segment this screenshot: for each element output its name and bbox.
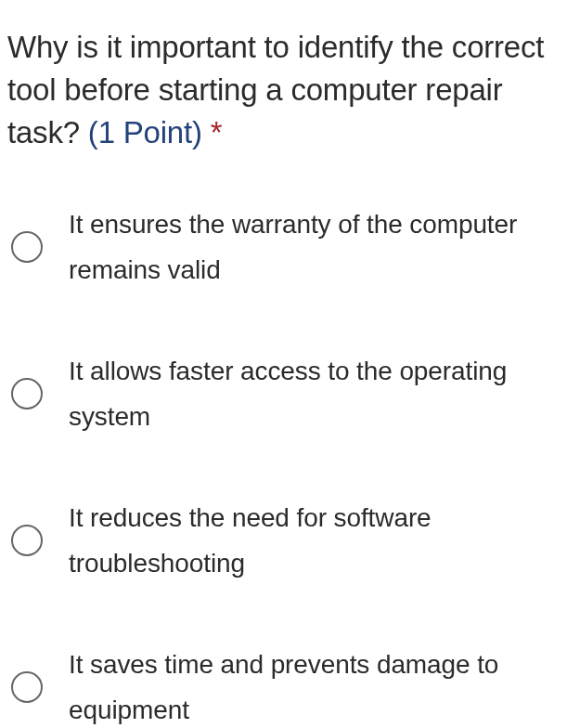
point-value: (1 Point) (88, 115, 202, 150)
option-row[interactable]: It allows faster access to the operat­in… (11, 348, 560, 439)
option-label: It reduces the need for software trouble… (69, 495, 560, 586)
radio-icon[interactable] (11, 525, 43, 556)
option-row[interactable]: It saves time and prevents damage to equ… (11, 642, 560, 728)
radio-icon[interactable] (11, 378, 43, 410)
option-label: It ensures the warranty of the com­puter… (69, 202, 560, 292)
question-header: Why is it important to identify the corr… (7, 26, 560, 155)
options-list: It ensures the warranty of the com­puter… (7, 202, 560, 728)
required-asterisk: * (211, 115, 223, 150)
radio-icon[interactable] (11, 671, 43, 703)
option-label: It saves time and prevents damage to equ… (69, 642, 560, 728)
option-label: It allows faster access to the operat­in… (69, 348, 560, 439)
radio-icon[interactable] (11, 231, 43, 263)
option-row[interactable]: It ensures the warranty of the com­puter… (11, 202, 560, 292)
option-row[interactable]: It reduces the need for software trouble… (11, 495, 560, 586)
